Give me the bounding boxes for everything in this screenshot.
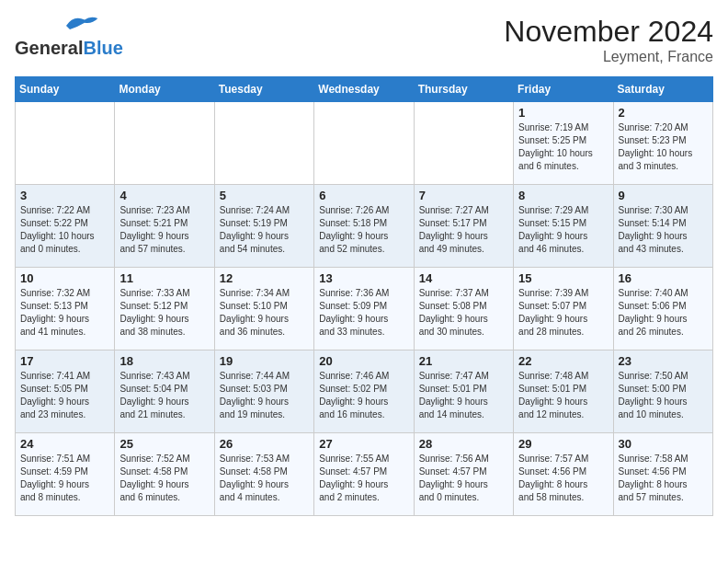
day-number: 26 bbox=[220, 437, 309, 451]
day-number: 27 bbox=[319, 437, 408, 451]
day-info: Sunrise: 7:30 AM Sunset: 5:14 PM Dayligh… bbox=[619, 204, 708, 256]
day-info: Sunrise: 7:23 AM Sunset: 5:21 PM Dayligh… bbox=[119, 204, 209, 256]
calendar-cell: 22Sunrise: 7:48 AM Sunset: 5:01 PM Dayli… bbox=[514, 350, 613, 433]
calendar-cell: 9Sunrise: 7:30 AM Sunset: 5:14 PM Daylig… bbox=[613, 185, 712, 268]
calendar-week-row: 17Sunrise: 7:41 AM Sunset: 5:05 PM Dayli… bbox=[16, 350, 713, 433]
calendar-cell: 17Sunrise: 7:41 AM Sunset: 5:05 PM Dayli… bbox=[16, 350, 115, 433]
day-info: Sunrise: 7:36 AM Sunset: 5:09 PM Dayligh… bbox=[319, 287, 408, 339]
calendar-cell: 28Sunrise: 7:56 AM Sunset: 4:57 PM Dayli… bbox=[414, 433, 513, 516]
day-number: 23 bbox=[619, 354, 708, 368]
title-area: November 2024 Leyment, France bbox=[504, 15, 713, 65]
day-info: Sunrise: 7:22 AM Sunset: 5:22 PM Dayligh… bbox=[20, 204, 109, 256]
day-number: 1 bbox=[518, 106, 608, 120]
day-number: 24 bbox=[20, 437, 109, 451]
day-number: 21 bbox=[419, 354, 508, 368]
calendar-cell: 14Sunrise: 7:37 AM Sunset: 5:08 PM Dayli… bbox=[414, 268, 513, 350]
calendar-cell: 23Sunrise: 7:50 AM Sunset: 5:00 PM Dayli… bbox=[613, 350, 712, 433]
day-number: 12 bbox=[220, 271, 309, 285]
weekday-header: Sunday bbox=[16, 77, 115, 102]
calendar-cell bbox=[16, 102, 115, 185]
weekday-header: Friday bbox=[514, 77, 613, 102]
calendar-cell: 8Sunrise: 7:29 AM Sunset: 5:15 PM Daylig… bbox=[514, 185, 613, 268]
logo-blue-text: Blue bbox=[83, 38, 122, 58]
day-info: Sunrise: 7:32 AM Sunset: 5:13 PM Dayligh… bbox=[20, 287, 109, 339]
weekday-header: Monday bbox=[115, 77, 214, 102]
day-info: Sunrise: 7:44 AM Sunset: 5:03 PM Dayligh… bbox=[220, 370, 309, 421]
calendar-cell: 10Sunrise: 7:32 AM Sunset: 5:13 PM Dayli… bbox=[16, 268, 115, 350]
day-info: Sunrise: 7:51 AM Sunset: 4:59 PM Dayligh… bbox=[20, 453, 109, 504]
day-number: 5 bbox=[220, 189, 309, 202]
weekday-header: Saturday bbox=[613, 77, 712, 102]
day-info: Sunrise: 7:40 AM Sunset: 5:06 PM Dayligh… bbox=[619, 287, 708, 339]
day-number: 30 bbox=[619, 437, 708, 451]
day-info: Sunrise: 7:29 AM Sunset: 5:15 PM Dayligh… bbox=[518, 204, 608, 256]
day-info: Sunrise: 7:55 AM Sunset: 4:57 PM Dayligh… bbox=[319, 453, 408, 504]
day-number: 20 bbox=[319, 354, 408, 368]
day-info: Sunrise: 7:27 AM Sunset: 5:17 PM Dayligh… bbox=[419, 204, 508, 256]
day-number: 13 bbox=[319, 271, 408, 285]
day-number: 4 bbox=[119, 189, 209, 202]
day-info: Sunrise: 7:34 AM Sunset: 5:10 PM Dayligh… bbox=[220, 287, 309, 339]
weekday-header-row: SundayMondayTuesdayWednesdayThursdayFrid… bbox=[16, 77, 713, 102]
day-info: Sunrise: 7:48 AM Sunset: 5:01 PM Dayligh… bbox=[518, 370, 608, 421]
calendar-table: SundayMondayTuesdayWednesdayThursdayFrid… bbox=[15, 76, 713, 516]
day-number: 3 bbox=[20, 189, 109, 202]
day-info: Sunrise: 7:53 AM Sunset: 4:58 PM Dayligh… bbox=[220, 453, 309, 504]
calendar-cell: 4Sunrise: 7:23 AM Sunset: 5:21 PM Daylig… bbox=[115, 185, 214, 268]
calendar-cell: 26Sunrise: 7:53 AM Sunset: 4:58 PM Dayli… bbox=[214, 433, 313, 516]
day-number: 8 bbox=[518, 189, 608, 202]
day-number: 11 bbox=[119, 271, 209, 285]
day-info: Sunrise: 7:41 AM Sunset: 5:05 PM Dayligh… bbox=[20, 370, 109, 421]
month-title: November 2024 bbox=[504, 15, 713, 49]
day-number: 25 bbox=[119, 437, 209, 451]
weekday-header: Thursday bbox=[414, 77, 513, 102]
day-info: Sunrise: 7:57 AM Sunset: 4:56 PM Dayligh… bbox=[518, 453, 608, 504]
calendar-cell: 24Sunrise: 7:51 AM Sunset: 4:59 PM Dayli… bbox=[16, 433, 115, 516]
calendar-cell: 12Sunrise: 7:34 AM Sunset: 5:10 PM Dayli… bbox=[214, 268, 313, 350]
calendar-cell bbox=[314, 102, 414, 185]
day-info: Sunrise: 7:58 AM Sunset: 4:56 PM Dayligh… bbox=[619, 453, 708, 504]
day-info: Sunrise: 7:19 AM Sunset: 5:25 PM Dayligh… bbox=[518, 121, 608, 173]
day-info: Sunrise: 7:43 AM Sunset: 5:04 PM Dayligh… bbox=[119, 370, 209, 421]
day-info: Sunrise: 7:47 AM Sunset: 5:01 PM Dayligh… bbox=[419, 370, 508, 421]
calendar-cell: 15Sunrise: 7:39 AM Sunset: 5:07 PM Dayli… bbox=[514, 268, 613, 350]
day-number: 10 bbox=[20, 271, 109, 285]
calendar-cell: 7Sunrise: 7:27 AM Sunset: 5:17 PM Daylig… bbox=[414, 185, 513, 268]
weekday-header: Tuesday bbox=[214, 77, 313, 102]
calendar-cell: 16Sunrise: 7:40 AM Sunset: 5:06 PM Dayli… bbox=[613, 268, 712, 350]
day-number: 14 bbox=[419, 271, 508, 285]
day-number: 16 bbox=[619, 271, 708, 285]
logo-general-text: General bbox=[15, 38, 83, 58]
calendar-cell: 11Sunrise: 7:33 AM Sunset: 5:12 PM Dayli… bbox=[115, 268, 214, 350]
day-info: Sunrise: 7:46 AM Sunset: 5:02 PM Dayligh… bbox=[319, 370, 408, 421]
day-info: Sunrise: 7:56 AM Sunset: 4:57 PM Dayligh… bbox=[419, 453, 508, 504]
day-number: 22 bbox=[518, 354, 608, 368]
day-info: Sunrise: 7:50 AM Sunset: 5:00 PM Dayligh… bbox=[619, 370, 708, 421]
calendar-cell: 2Sunrise: 7:20 AM Sunset: 5:23 PM Daylig… bbox=[613, 102, 712, 185]
day-info: Sunrise: 7:52 AM Sunset: 4:58 PM Dayligh… bbox=[119, 453, 209, 504]
day-info: Sunrise: 7:26 AM Sunset: 5:18 PM Dayligh… bbox=[319, 204, 408, 256]
page-header: GeneralBlue November 2024 Leyment, Franc… bbox=[15, 15, 713, 65]
calendar-cell bbox=[414, 102, 513, 185]
calendar-week-row: 3Sunrise: 7:22 AM Sunset: 5:22 PM Daylig… bbox=[16, 185, 713, 268]
calendar-cell: 5Sunrise: 7:24 AM Sunset: 5:19 PM Daylig… bbox=[214, 185, 313, 268]
day-number: 18 bbox=[119, 354, 209, 368]
calendar-week-row: 10Sunrise: 7:32 AM Sunset: 5:13 PM Dayli… bbox=[16, 268, 713, 350]
calendar-cell: 25Sunrise: 7:52 AM Sunset: 4:58 PM Dayli… bbox=[115, 433, 214, 516]
calendar-cell: 13Sunrise: 7:36 AM Sunset: 5:09 PM Dayli… bbox=[314, 268, 414, 350]
calendar-cell: 6Sunrise: 7:26 AM Sunset: 5:18 PM Daylig… bbox=[314, 185, 414, 268]
logo: GeneralBlue bbox=[15, 15, 123, 57]
calendar-cell: 27Sunrise: 7:55 AM Sunset: 4:57 PM Dayli… bbox=[314, 433, 414, 516]
day-number: 9 bbox=[619, 189, 708, 202]
calendar-cell: 3Sunrise: 7:22 AM Sunset: 5:22 PM Daylig… bbox=[16, 185, 115, 268]
calendar-week-row: 24Sunrise: 7:51 AM Sunset: 4:59 PM Dayli… bbox=[16, 433, 713, 516]
day-info: Sunrise: 7:33 AM Sunset: 5:12 PM Dayligh… bbox=[119, 287, 209, 339]
day-number: 29 bbox=[518, 437, 608, 451]
calendar-cell: 19Sunrise: 7:44 AM Sunset: 5:03 PM Dayli… bbox=[214, 350, 313, 433]
calendar-cell: 29Sunrise: 7:57 AM Sunset: 4:56 PM Dayli… bbox=[514, 433, 613, 516]
calendar-cell bbox=[214, 102, 313, 185]
day-number: 7 bbox=[419, 189, 508, 202]
day-number: 6 bbox=[319, 189, 408, 202]
day-number: 19 bbox=[220, 354, 309, 368]
day-info: Sunrise: 7:37 AM Sunset: 5:08 PM Dayligh… bbox=[419, 287, 508, 339]
